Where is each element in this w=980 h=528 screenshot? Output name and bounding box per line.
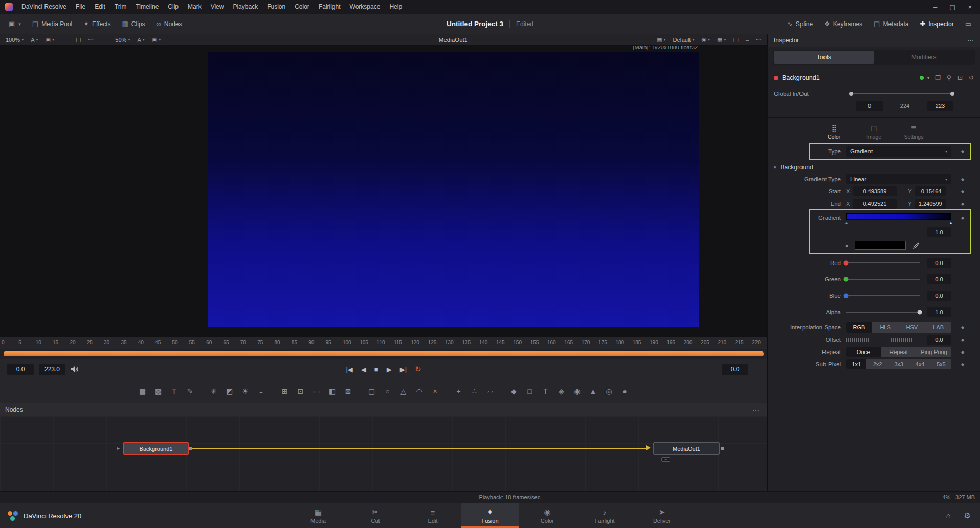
gradient-axis-line[interactable]	[450, 52, 450, 327]
tab-image[interactable]: ▤ Image	[858, 122, 890, 142]
segment-option[interactable]: Once	[846, 347, 881, 357]
keyframe-diamond-icon[interactable]	[951, 362, 974, 367]
metadata-button[interactable]: ▤ Metadata	[868, 14, 914, 34]
ab-buffer-left[interactable]: A	[27, 34, 41, 45]
global-in-out-slider[interactable]	[850, 93, 953, 94]
menu-file[interactable]: File	[71, 0, 90, 14]
channel-value-field[interactable]: 0.0	[927, 274, 951, 284]
menu-trim[interactable]: Trim	[110, 0, 131, 14]
start-x-field[interactable]: 0.493589	[853, 186, 897, 196]
text-plus-icon[interactable]: T	[168, 385, 181, 398]
gamut-icon[interactable]: ◒	[255, 385, 268, 398]
viewer-area[interactable]: [Main]: 1920x1080 float32	[0, 46, 767, 337]
segment-option[interactable]: RGB	[846, 322, 872, 333]
nodes-button[interactable]: ∞ Nodes	[151, 14, 188, 34]
view-mode-right[interactable]: ▣	[148, 34, 164, 45]
start-y-field[interactable]: -0.15464	[915, 186, 946, 196]
end-x-field[interactable]: 0.492521	[853, 199, 897, 209]
channel-select-button[interactable]: ▦	[653, 34, 669, 45]
segment-option[interactable]: 4x4	[909, 359, 930, 369]
channel-slider[interactable]	[846, 312, 920, 313]
node-background1[interactable]: Background1	[123, 442, 189, 455]
page-media[interactable]: ▦ Media	[289, 503, 347, 528]
offset-slider[interactable]	[846, 338, 920, 342]
play-reverse-button[interactable]: ◀	[361, 366, 366, 373]
sphere3d-icon[interactable]: ●	[619, 385, 631, 398]
channel-slider-handle[interactable]	[844, 294, 849, 298]
menu-clip[interactable]: Clip	[163, 0, 183, 14]
polygon-mask-icon[interactable]: △	[397, 385, 410, 398]
menu-color[interactable]: Color	[290, 0, 314, 14]
segment-option[interactable]: Repeat	[881, 347, 916, 357]
eyedropper-icon[interactable]	[913, 242, 920, 249]
page-edit[interactable]: ≡ Edit	[404, 503, 461, 528]
gradient-stop-end[interactable]: ▲	[949, 221, 953, 225]
end-y-field[interactable]: 1.240599	[915, 199, 946, 209]
panel-toggle-button[interactable]: ▭	[960, 14, 977, 34]
keyframe-diamond-icon[interactable]	[951, 338, 974, 342]
crop-icon[interactable]: ⊠	[342, 385, 354, 398]
node-color-dot-icon[interactable]	[774, 76, 778, 80]
minimize-viewer-button[interactable]: –	[742, 34, 752, 45]
rectangle-mask-icon[interactable]: ▢	[366, 385, 378, 398]
background-generator-icon[interactable]: ▦	[137, 385, 149, 398]
inspector-menu-icon[interactable]: ⋯	[967, 37, 974, 45]
menu-fusion[interactable]: Fusion	[262, 0, 290, 14]
chevron-down-icon[interactable]: ▾	[927, 75, 930, 80]
node-mediaout1[interactable]: MediaOut1	[653, 442, 720, 455]
node-connection-line[interactable]	[191, 448, 647, 449]
end-frame-field[interactable]: 223.0	[39, 364, 65, 375]
segment-option[interactable]: Ping-Pong	[917, 347, 951, 357]
keyframe-diamond-icon[interactable]	[951, 202, 974, 206]
image-plane-icon[interactable]: ◆	[508, 385, 520, 398]
channel-value-field[interactable]: 0.0	[927, 258, 951, 268]
node-enabled-dot-icon[interactable]	[920, 76, 924, 80]
global-in-field[interactable]: 0	[856, 101, 883, 111]
maximize-button[interactable]: ▢	[949, 3, 955, 11]
gradient-stop-value-field[interactable]: 1.0	[927, 227, 951, 237]
channel-slider-handle[interactable]	[918, 310, 922, 315]
node-mediaout1-output-port[interactable]	[721, 447, 724, 450]
lock-icon[interactable]: ⊡	[957, 74, 963, 81]
current-frame-field[interactable]: 0.0	[7, 364, 34, 375]
segment-option[interactable]: 5x5	[931, 359, 951, 369]
particles-icon[interactable]: ∴	[469, 385, 481, 398]
home-button[interactable]: ⌂	[946, 511, 950, 520]
ab-buffer-right[interactable]: A	[133, 34, 148, 45]
channel-slider[interactable]	[846, 279, 920, 280]
tab-color[interactable]: ⣿ Color	[818, 122, 850, 142]
merge-icon[interactable]: ◧	[326, 385, 339, 398]
spotlight3d-icon[interactable]: ▲	[587, 385, 599, 398]
versions-icon[interactable]: ❐	[935, 74, 941, 81]
shape3d-icon[interactable]: □	[524, 385, 536, 398]
minimize-button[interactable]: –	[933, 3, 937, 11]
segment-option[interactable]: HSV	[899, 322, 925, 333]
gradient-bar[interactable]	[846, 213, 951, 220]
goto-end-button[interactable]: ▶|	[400, 366, 407, 373]
playhead-value-field[interactable]: 0.0	[722, 364, 748, 375]
menu-edit[interactable]: Edit	[90, 0, 110, 14]
zoom-level-right[interactable]: 50%	[112, 34, 133, 45]
play-button[interactable]: ▶	[387, 366, 392, 373]
hue-curves-icon[interactable]: ☀	[239, 385, 252, 398]
page-deliver[interactable]: ➤ Deliver	[633, 503, 691, 528]
type-dropdown[interactable]: Gradient	[846, 146, 951, 157]
segment-option[interactable]: 3x3	[888, 359, 909, 369]
inspector-button[interactable]: ✚ Inspector	[914, 14, 959, 34]
gradient-stop-color-swatch[interactable]	[855, 241, 906, 250]
segment-option[interactable]: 1x1	[846, 359, 866, 369]
paint-icon[interactable]: ✎	[184, 385, 196, 398]
tab-tools[interactable]: Tools	[774, 51, 874, 64]
keyframe-diamond-icon[interactable]	[951, 216, 974, 221]
page-color[interactable]: ◉ Color	[519, 503, 576, 528]
merge3d-icon[interactable]: ◈	[555, 385, 568, 398]
segment-option[interactable]: LAB	[925, 322, 951, 333]
menu-fairlight[interactable]: Fairlight	[314, 0, 345, 14]
tab-settings[interactable]: ≣ Settings	[898, 122, 930, 142]
expand-arrow-icon[interactable]: ▸	[846, 243, 849, 248]
keyframe-diamond-icon[interactable]	[951, 325, 974, 330]
menu-davinci-resolve[interactable]: DaVinci Resolve	[17, 0, 71, 14]
background-section-header[interactable]: Background	[774, 163, 974, 172]
menu-timeline[interactable]: Timeline	[131, 0, 163, 14]
timeline-range-bar[interactable]	[4, 351, 764, 356]
